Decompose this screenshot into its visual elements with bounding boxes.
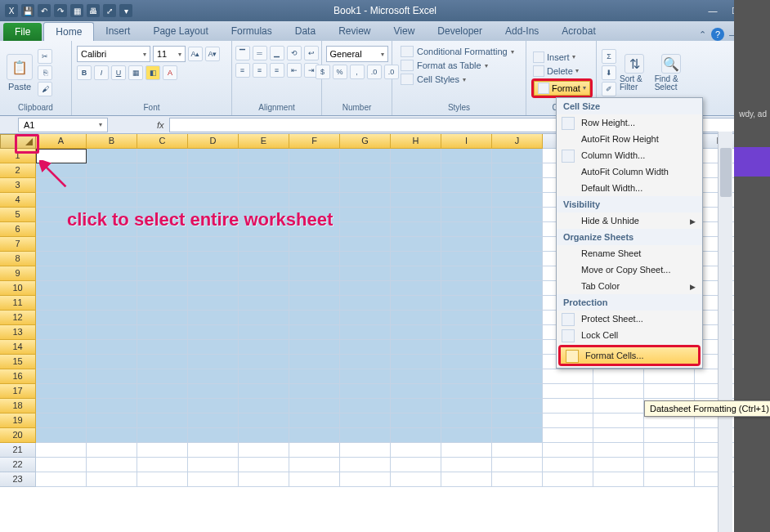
cell[interactable] (36, 399, 87, 414)
insert-cells-button[interactable]: Insert▾ (531, 51, 593, 64)
cell[interactable] (441, 325, 492, 340)
vertical-scrollbar[interactable] (718, 132, 732, 532)
cell[interactable] (492, 296, 543, 311)
qat-undo-icon[interactable]: ↶ (38, 4, 51, 17)
cell[interactable] (593, 428, 644, 443)
cell[interactable] (239, 178, 289, 193)
cell[interactable] (441, 149, 492, 163)
cell[interactable] (137, 237, 188, 252)
cell[interactable] (36, 266, 87, 281)
column-header[interactable]: J (492, 134, 543, 149)
row-header[interactable]: 17 (0, 384, 36, 399)
autosum-icon[interactable]: Σ (602, 49, 616, 64)
sort-filter-button[interactable]: ⇅ Sort & Filter (618, 52, 651, 93)
cell[interactable] (593, 369, 644, 384)
cell[interactable] (239, 252, 289, 266)
cell[interactable] (289, 163, 340, 178)
dd-autofit-row[interactable]: AutoFit Row Height (557, 131, 702, 147)
fill-color-button[interactable]: ◧ (145, 65, 160, 80)
cell[interactable] (441, 296, 492, 311)
cell[interactable] (289, 428, 340, 443)
cell[interactable] (644, 443, 695, 458)
row-header[interactable]: 4 (0, 193, 36, 208)
paste-button[interactable]: 📋 Paste (5, 52, 34, 93)
cell[interactable] (340, 414, 391, 428)
column-header[interactable]: E (239, 134, 289, 149)
align-top-icon[interactable]: ▔ (235, 46, 250, 60)
cell[interactable] (441, 237, 492, 252)
cell[interactable] (492, 399, 543, 414)
cell[interactable] (36, 369, 87, 384)
cell[interactable] (492, 458, 543, 472)
cell[interactable] (391, 222, 441, 237)
tab-file[interactable]: File (3, 23, 42, 41)
cell[interactable] (87, 163, 137, 178)
cell[interactable] (593, 384, 644, 399)
cell[interactable] (543, 458, 593, 472)
cell[interactable] (441, 178, 492, 193)
cell[interactable] (36, 428, 87, 443)
row-header[interactable]: 7 (0, 237, 36, 252)
cell[interactable] (391, 266, 441, 281)
border-button[interactable]: ▦ (128, 65, 143, 80)
cell[interactable] (391, 369, 441, 384)
cell[interactable] (188, 163, 239, 178)
cell[interactable] (87, 208, 137, 222)
dd-rename-sheet[interactable]: Rename Sheet (557, 245, 702, 262)
cell[interactable] (87, 311, 137, 325)
fill-icon[interactable]: ⬇ (602, 65, 616, 80)
cell[interactable] (391, 340, 441, 355)
font-size-combo[interactable]: 11▾ (153, 46, 186, 62)
cell[interactable] (492, 222, 543, 237)
qat-save-icon[interactable]: 💾 (21, 4, 34, 17)
cell[interactable] (87, 472, 137, 487)
cell[interactable] (137, 369, 188, 384)
cell[interactable] (492, 178, 543, 193)
cell[interactable] (188, 178, 239, 193)
cell[interactable] (543, 443, 593, 458)
cell[interactable] (137, 208, 188, 222)
cell[interactable] (289, 178, 340, 193)
select-all-button[interactable] (0, 134, 36, 149)
cell[interactable] (36, 237, 87, 252)
cell[interactable] (137, 296, 188, 311)
cell[interactable] (188, 355, 239, 369)
cell[interactable] (289, 458, 340, 472)
cell[interactable] (289, 325, 340, 340)
cell[interactable] (492, 311, 543, 325)
name-box[interactable]: A1▾ (18, 118, 108, 132)
row-header[interactable]: 18 (0, 399, 36, 414)
row-header[interactable]: 1 (0, 149, 36, 163)
cell[interactable] (340, 355, 391, 369)
cell[interactable] (137, 472, 188, 487)
cell[interactable] (188, 296, 239, 311)
cell[interactable] (36, 149, 87, 163)
cell[interactable] (36, 458, 87, 472)
dd-format-cells[interactable]: Format Cells... (561, 347, 698, 364)
cell[interactable] (239, 443, 289, 458)
cell[interactable] (36, 355, 87, 369)
row-header[interactable]: 2 (0, 163, 36, 178)
cell[interactable] (289, 384, 340, 399)
cell[interactable] (239, 472, 289, 487)
cell[interactable] (188, 384, 239, 399)
cell-styles-button[interactable]: Cell Styles▾ (397, 73, 469, 86)
cell[interactable] (137, 266, 188, 281)
comma-format-icon[interactable]: , (350, 65, 365, 79)
orientation-icon[interactable]: ⟲ (287, 46, 302, 60)
row-header[interactable]: 10 (0, 281, 36, 296)
help-icon[interactable]: ? (711, 28, 724, 41)
cell[interactable] (340, 458, 391, 472)
cell[interactable] (87, 237, 137, 252)
tab-acrobat[interactable]: Acrobat (550, 22, 607, 41)
row-header[interactable]: 14 (0, 340, 36, 355)
cell[interactable] (593, 414, 644, 428)
cell[interactable] (87, 149, 137, 163)
cell[interactable] (87, 355, 137, 369)
cell[interactable] (391, 149, 441, 163)
cell[interactable] (644, 458, 695, 472)
cell[interactable] (239, 340, 289, 355)
cell[interactable] (137, 149, 188, 163)
cell[interactable] (289, 193, 340, 208)
cell[interactable] (391, 399, 441, 414)
